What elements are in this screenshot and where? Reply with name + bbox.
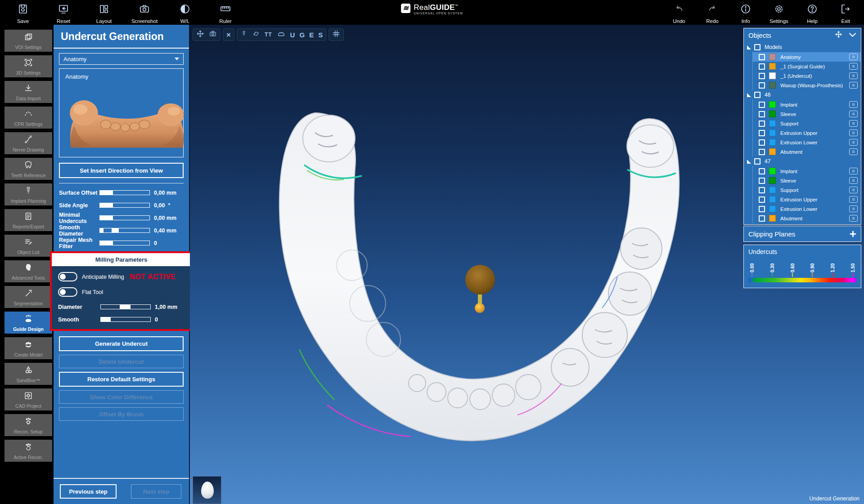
- object-row[interactable]: Sleeve ≡: [753, 176, 861, 185]
- object-menu-button[interactable]: ≡: [849, 63, 858, 70]
- object-menu-button[interactable]: ≡: [849, 82, 858, 89]
- undo-button[interactable]: Undo: [662, 0, 696, 25]
- help-button[interactable]: Help: [796, 0, 829, 25]
- object-checkbox[interactable]: [759, 178, 765, 184]
- side-angle-slider[interactable]: [99, 203, 150, 208]
- object-checkbox[interactable]: [759, 168, 765, 174]
- sidebar-item-object-list[interactable]: Object List: [4, 235, 52, 257]
- object-checkbox[interactable]: [759, 215, 765, 222]
- sidebar-item-teeth-reference[interactable]: Teeth Reference: [4, 158, 52, 180]
- reset-button[interactable]: Reset: [43, 0, 84, 25]
- collapse-chevron-icon[interactable]: [849, 31, 856, 40]
- group-row-47[interactable]: 47: [744, 156, 861, 166]
- group-checkbox[interactable]: [754, 92, 760, 98]
- letter-s-button[interactable]: S: [318, 31, 323, 39]
- object-menu-button[interactable]: ≡: [849, 129, 858, 136]
- snapshot-icon[interactable]: [209, 30, 217, 40]
- object-checkbox[interactable]: [759, 63, 765, 70]
- screenshot-button[interactable]: Screenshot: [124, 0, 165, 25]
- smooth-diameter-slider[interactable]: [99, 228, 150, 233]
- window-level-button[interactable]: W/L: [165, 0, 205, 25]
- letter-e-button[interactable]: E: [309, 31, 314, 39]
- object-row[interactable]: Implant ≡: [753, 166, 861, 176]
- object-row[interactable]: Waxup (Waxup-Prosthesis) ≡: [753, 80, 861, 90]
- group-row-46[interactable]: 46: [744, 90, 861, 100]
- object-menu-button[interactable]: ≡: [849, 101, 858, 108]
- object-menu-button[interactable]: ≡: [849, 205, 858, 212]
- letter-g-button[interactable]: G: [299, 31, 305, 39]
- object-checkbox[interactable]: [759, 73, 765, 79]
- expander-icon[interactable]: [747, 160, 751, 164]
- object-row[interactable]: _1 (Undercut) ≡: [753, 71, 861, 80]
- redo-button[interactable]: Redo: [696, 0, 729, 25]
- object-row[interactable]: Support ≡: [753, 119, 861, 128]
- letter-u-button[interactable]: U: [290, 31, 295, 39]
- object-row[interactable]: Extrusion Upper ≡: [753, 195, 861, 204]
- set-insert-direction-button[interactable]: Set Insert Direction from View: [59, 163, 184, 178]
- diameter-slider[interactable]: [100, 304, 151, 309]
- object-menu-button[interactable]: ≡: [849, 168, 858, 174]
- surface-offset-slider[interactable]: [99, 190, 150, 195]
- delete-undercut-button[interactable]: Delete Undercut: [59, 355, 184, 368]
- object-checkbox[interactable]: [759, 130, 765, 136]
- 3d-viewport[interactable]: × TT U G E S Undercut Generation Ob: [190, 25, 864, 504]
- save-button[interactable]: Save: [3, 0, 43, 25]
- object-checkbox[interactable]: [759, 187, 765, 193]
- sidebar-item-cpr-settings[interactable]: CPR Settings: [4, 107, 52, 129]
- settings-button[interactable]: Settings: [762, 0, 796, 25]
- sidebar-item-data-import[interactable]: Data Import: [4, 81, 52, 103]
- object-row[interactable]: Anatomy ≡: [753, 52, 861, 62]
- eraser-tool-icon[interactable]: [252, 30, 260, 40]
- object-menu-button[interactable]: ≡: [849, 72, 858, 79]
- abutment-tool-icon[interactable]: TT: [265, 31, 272, 38]
- object-menu-button[interactable]: ≡: [849, 111, 858, 117]
- move-panel-icon[interactable]: [835, 31, 842, 40]
- sidebar-item-active-recon[interactable]: Active Recon.: [4, 440, 52, 462]
- group-checkbox[interactable]: [754, 158, 760, 165]
- expander-icon[interactable]: [747, 45, 751, 49]
- show-color-difference-button[interactable]: Show Color Difference: [59, 390, 184, 404]
- object-checkbox[interactable]: [759, 54, 765, 60]
- sidebar-item-voi-settings[interactable]: VOI Settings: [4, 30, 52, 52]
- milling-parameters-header[interactable]: Milling Parameters: [52, 253, 191, 266]
- add-clipping-plane-button[interactable]: +: [850, 229, 856, 238]
- group-checkbox[interactable]: [754, 44, 760, 50]
- sidebar-item-implant-planning[interactable]: Implant Planning: [4, 183, 52, 205]
- sidebar-item-nerve-drawing[interactable]: Nerve Drawing: [4, 132, 52, 154]
- object-row[interactable]: Implant ≡: [753, 100, 861, 109]
- object-checkbox[interactable]: [759, 82, 765, 89]
- object-checkbox[interactable]: [759, 111, 765, 117]
- object-menu-button[interactable]: ≡: [849, 196, 858, 203]
- object-row[interactable]: _1 (Surgical Guide) ≡: [753, 62, 861, 71]
- restore-default-settings-button[interactable]: Restore Default Settings: [59, 372, 184, 387]
- object-menu-button[interactable]: ≡: [849, 139, 858, 146]
- object-menu-button[interactable]: ≡: [849, 215, 858, 222]
- sidebar-item-3d-settings[interactable]: 3D Settings: [4, 55, 52, 77]
- previous-step-button[interactable]: Previous step: [60, 484, 117, 499]
- object-checkbox[interactable]: [759, 102, 765, 108]
- sidebar-item-create-model[interactable]: Create Model: [4, 337, 52, 359]
- object-row[interactable]: Extrusion Lower ≡: [753, 138, 861, 147]
- expander-icon[interactable]: [747, 93, 751, 97]
- waxup-tool-icon[interactable]: [277, 30, 286, 40]
- layout-button[interactable]: Layout: [84, 0, 124, 25]
- ruler-button[interactable]: Ruler: [205, 0, 246, 25]
- close-icon[interactable]: ×: [226, 31, 231, 39]
- generate-undercut-button[interactable]: Generate Undercut: [59, 336, 184, 351]
- pan-icon[interactable]: [196, 30, 204, 40]
- object-menu-button[interactable]: ≡: [849, 54, 858, 60]
- sidebar-item-guide-design[interactable]: Guide Design: [4, 312, 52, 334]
- sidebar-item-recon-setup[interactable]: Recon. Setup: [4, 414, 52, 436]
- object-checkbox[interactable]: [759, 206, 765, 212]
- anticipate-milling-toggle[interactable]: [58, 272, 77, 281]
- sidebar-item-cad-project[interactable]: CAD Project: [4, 388, 52, 410]
- object-row[interactable]: Abutment ≡: [753, 214, 861, 223]
- grid-icon[interactable]: [332, 30, 340, 40]
- object-row[interactable]: Abutment ≡: [753, 147, 861, 156]
- object-checkbox[interactable]: [759, 139, 765, 146]
- object-row[interactable]: Extrusion Upper ≡: [753, 128, 861, 138]
- offset-by-brush-button[interactable]: Offset By Brush: [59, 407, 184, 421]
- implant-tool-icon[interactable]: [240, 30, 248, 40]
- repair-mesh-filter-slider[interactable]: [99, 241, 150, 245]
- object-checkbox[interactable]: [759, 196, 765, 203]
